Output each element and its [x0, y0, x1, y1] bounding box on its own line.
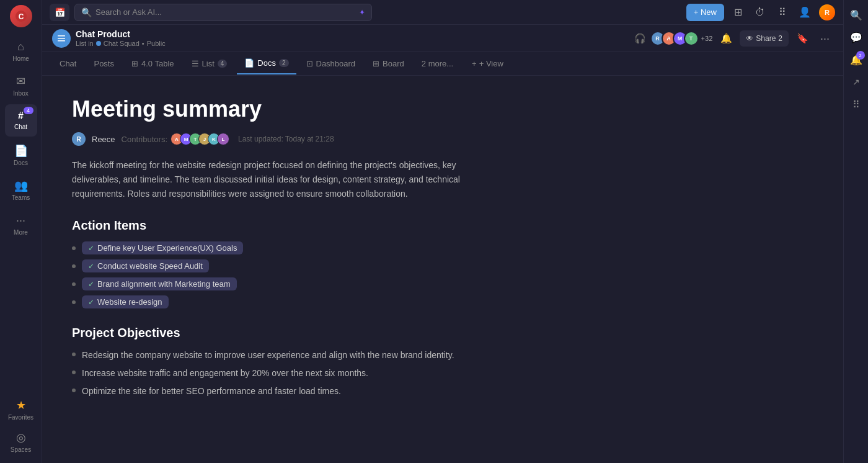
tab-dashboard[interactable]: ⊡ Dashboard	[299, 53, 363, 74]
notify-badge: 2	[856, 51, 865, 60]
new-button[interactable]: + New	[686, 4, 724, 21]
content-panel: Chat Product List in Chat Squad • Public…	[42, 25, 843, 463]
sidebar-item-label: Docs	[14, 160, 28, 166]
project-objective-text-1: Redesign the company website to improve …	[82, 349, 454, 362]
list-item: Redesign the company website to improve …	[72, 349, 813, 362]
list-tab-badge: 4	[218, 60, 228, 68]
action-chip-4[interactable]: ✓ Website re-design	[82, 295, 169, 308]
user-icon-btn[interactable]: 👤	[796, 4, 813, 21]
grid-icon: ⊞	[734, 6, 742, 18]
tab-table-label: 4.0 Table	[141, 59, 174, 68]
home-icon: ⌂	[17, 40, 24, 53]
search-bar[interactable]: 🔍 Search or Ask AI... ✦	[74, 4, 372, 21]
check-icon-2: ✓	[88, 262, 94, 271]
right-comment-btn[interactable]: 💬	[846, 27, 866, 47]
right-notify-btn[interactable]: 🔔 2	[846, 50, 866, 70]
share-button[interactable]: 👁 Share 2	[740, 30, 789, 47]
list-item: Increase website traffic and engagement …	[72, 367, 813, 380]
right-sidebar: 🔍 💬 🔔 2 ↗ ⠿	[843, 0, 868, 463]
user-menu-btn[interactable]: R	[818, 4, 836, 21]
tab-list[interactable]: ☰ List 4	[184, 53, 235, 74]
tab-docs-label: Docs	[257, 58, 276, 68]
project-objective-text-2: Increase website traffic and engagement …	[82, 367, 368, 380]
sidebar-item-label: Spaces	[11, 446, 31, 453]
sidebar-item-docs[interactable]: 📄 Docs	[5, 139, 37, 171]
svg-text:C: C	[18, 12, 24, 21]
action-items-list: ✓ Define key User Experience(UX) Goals ✓…	[72, 241, 813, 308]
new-button-label: + New	[694, 7, 717, 17]
list-item: ✓ Brand alignment with Marketing team	[72, 277, 813, 290]
sidebar-item-inbox[interactable]: ✉ Inbox	[5, 70, 37, 102]
add-view-button[interactable]: + + View	[466, 55, 510, 73]
check-icon-3: ✓	[88, 280, 94, 289]
sidebar-item-label: Teams	[12, 194, 30, 201]
doc-title: Meeting summary	[72, 96, 813, 122]
share-link-icon: ↗	[852, 77, 860, 87]
comment-icon: 💬	[850, 32, 862, 43]
menu-icon-btn[interactable]: ⋯	[816, 30, 833, 47]
bullet-dot	[72, 353, 76, 356]
bullet-dot	[72, 300, 76, 304]
tab-more[interactable]: 2 more...	[414, 53, 461, 74]
grid-icon-btn[interactable]: ⊞	[729, 4, 746, 21]
docs-tab-badge: 2	[279, 59, 289, 67]
sidebar-item-chat[interactable]: 4 # Chat	[5, 104, 37, 137]
action-chip-1[interactable]: ✓ Define key User Experience(UX) Goals	[82, 241, 243, 254]
header-avatars: R A M T +32	[654, 31, 713, 46]
table-icon: ⊞	[131, 59, 138, 68]
panel-header: Chat Product List in Chat Squad • Public…	[42, 25, 843, 52]
spaces-icon: ◎	[16, 431, 26, 444]
bullet-dot	[72, 246, 76, 250]
doc-area: Meeting summary R Reece Contributors: A …	[42, 76, 843, 463]
doc-meta: R Reece Contributors: A M T J K L Last u…	[72, 132, 813, 146]
teams-icon: 👥	[14, 179, 28, 192]
more-icon: ···	[16, 214, 25, 227]
tab-chat-label: Chat	[60, 59, 76, 68]
tab-posts-label: Posts	[94, 59, 114, 68]
sidebar-item-more[interactable]: ··· More	[5, 209, 37, 241]
right-search-btn[interactable]: 🔍	[846, 5, 866, 25]
app-logo[interactable]: C	[10, 5, 32, 27]
panel-subtitle-list-label: List in	[76, 40, 94, 47]
tab-board[interactable]: ⊞ Board	[365, 53, 412, 74]
panel-subtitle-sep: •	[142, 40, 144, 47]
tab-docs[interactable]: 📄 Docs 2	[237, 53, 296, 74]
timer-icon: ⏱	[755, 7, 765, 18]
ai-icon: ✦	[359, 8, 365, 17]
action-items-title: Action Items	[72, 218, 813, 233]
board-tab-icon: ⊞	[373, 59, 379, 68]
right-share-link-btn[interactable]: ↗	[846, 72, 866, 92]
project-objectives-title: Project Objectives	[72, 326, 813, 340]
timer-icon-btn[interactable]: ⏱	[751, 4, 769, 21]
right-layout-btn[interactable]: ⠿	[846, 94, 866, 114]
layout-icon: ⠿	[852, 99, 860, 110]
action-chip-3[interactable]: ✓ Brand alignment with Marketing team	[82, 277, 237, 290]
bookmark-icon-btn[interactable]: 🔖	[794, 30, 811, 47]
chat-badge: 4	[24, 107, 33, 114]
bullet-dot	[72, 264, 76, 268]
inbox-icon: ✉	[16, 74, 25, 88]
list-item: ✓ Website re-design	[72, 295, 813, 308]
notification-icon-btn[interactable]: 🔔	[717, 30, 735, 47]
bullet-dot	[72, 389, 76, 392]
headset-icon-btn[interactable]: 🎧	[632, 30, 649, 47]
apps-icon-btn[interactable]: ⠿	[774, 4, 791, 21]
tab-chat[interactable]: Chat	[52, 53, 84, 74]
action-chip-2[interactable]: ✓ Conduct website Speed Audit	[82, 259, 209, 272]
sidebar-item-home[interactable]: ⌂ Home	[5, 35, 37, 67]
calendar-button[interactable]: 📅	[50, 4, 69, 21]
tab-posts[interactable]: Posts	[86, 53, 122, 74]
panel-subtitle-visibility: Public	[147, 40, 166, 47]
sidebar-item-favorites[interactable]: ★ Favorites	[5, 393, 37, 426]
tab-table[interactable]: ⊞ 4.0 Table	[124, 53, 182, 74]
topbar: 📅 🔍 Search or Ask AI... ✦ + New ⊞ ⏱ ⠿ 👤	[42, 0, 843, 25]
sidebar-item-teams[interactable]: 👥 Teams	[5, 174, 37, 206]
sidebar-item-spaces[interactable]: ◎ Spaces	[5, 426, 37, 458]
contributor-avatar-6: L	[217, 133, 229, 145]
doc-last-updated: Last updated: Today at 21:28	[238, 135, 334, 143]
topbar-icons: ⊞ ⏱ ⠿ 👤 R	[729, 4, 836, 21]
svg-rect-4	[58, 40, 65, 42]
search-icon: 🔍	[81, 7, 92, 17]
doc-description: The kickoff meeting for the website rede…	[72, 158, 506, 201]
main-wrapper: 📅 🔍 Search or Ask AI... ✦ + New ⊞ ⏱ ⠿ 👤	[42, 0, 843, 463]
